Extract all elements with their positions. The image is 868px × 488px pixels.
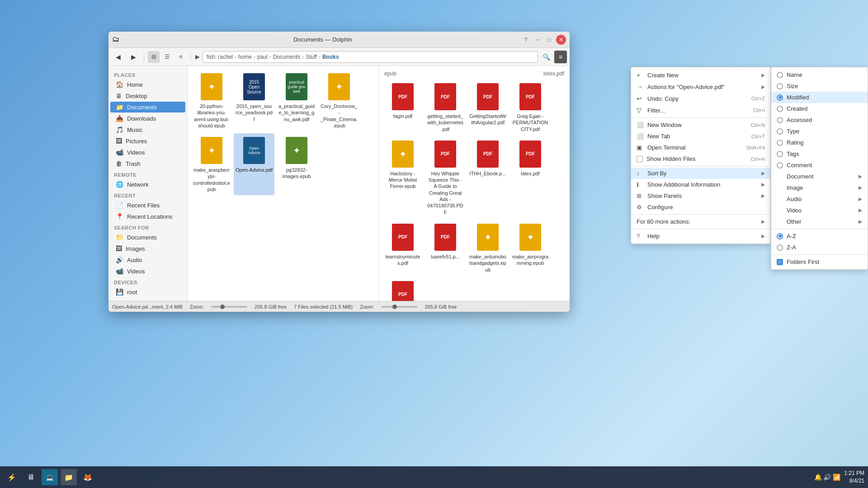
view-details-button[interactable]: ≡ bbox=[175, 51, 187, 63]
sidebar-item-search-documents[interactable]: 📁 Documents bbox=[110, 232, 185, 243]
loc-documents[interactable]: Documents bbox=[273, 54, 301, 60]
view-compact-button[interactable]: ☰ bbox=[161, 51, 173, 63]
file-item[interactable]: 20-python-libraries-you-arent-using-but-… bbox=[191, 70, 232, 131]
sort-item-az[interactable]: A-Z bbox=[771, 230, 868, 242]
sort-item-image[interactable]: Image ▶ bbox=[771, 182, 868, 193]
sidebar-item-home[interactable]: 🏠 Home bbox=[110, 79, 185, 90]
menu-item-new-window[interactable]: ⬜ New Window Ctrl+N bbox=[631, 119, 770, 131]
menu-item-undo[interactable]: ↩ Undo: Copy Ctrl+Z bbox=[631, 93, 770, 104]
menu-item-actions[interactable]: → Actions for "Open-Advice.pdf" ▶ bbox=[631, 81, 770, 93]
file-item[interactable]: Hackstory - Merce Molist Ferrer.epub bbox=[382, 137, 423, 218]
taskbar-icon-terminal[interactable]: 💻 bbox=[42, 469, 58, 485]
sidebar-item-music[interactable]: 🎵 Music bbox=[110, 124, 185, 135]
file-item[interactable]: practical guide gnu awk a_practical_guid… bbox=[276, 70, 317, 131]
sort-item-name[interactable]: Name bbox=[771, 69, 868, 80]
loc-paul[interactable]: paul bbox=[257, 54, 268, 60]
menu-item-configure[interactable]: ⚙ Configure bbox=[631, 202, 770, 213]
sidebar-item-trash[interactable]: 🗑 Trash bbox=[110, 158, 185, 169]
sort-item-created[interactable]: Created bbox=[771, 103, 868, 114]
sidebar-item-root[interactable]: 💾 root bbox=[110, 286, 185, 297]
file-item[interactable]: 2015Open Source 2015_open_source_yearboo… bbox=[234, 70, 274, 131]
recent-files-icon: 📄 bbox=[116, 202, 123, 209]
sidebar-item-downloads[interactable]: 📥 Downloads bbox=[110, 113, 185, 124]
sidebar-item-search-videos[interactable]: 📹 Videos bbox=[110, 266, 185, 277]
sidebar-item-documents[interactable]: 📁 Documents bbox=[110, 102, 185, 113]
file-item[interactable]: PDF GettingStartedWithAngular2.pdf bbox=[467, 80, 508, 135]
main-dropdown-menu: + Create New ▶ → Actions for "Open-Advic… bbox=[631, 67, 771, 244]
taskbar-icon-1[interactable]: ⚡ bbox=[4, 469, 20, 485]
sort-item-folders-first[interactable]: ✓ Folders First bbox=[771, 256, 868, 267]
file-item[interactable]: PDF getting_started_with_kubernetes.pdf bbox=[425, 80, 466, 135]
sort-item-za[interactable]: Z-A bbox=[771, 242, 868, 253]
taskbar-icon-firefox[interactable]: 🦊 bbox=[80, 469, 96, 485]
menu-label-terminal: Open Terminal bbox=[647, 144, 685, 151]
minimize-button[interactable]: − bbox=[533, 35, 542, 45]
file-item[interactable]: pg32832-images.epub bbox=[276, 133, 317, 195]
zoom-slider-left[interactable] bbox=[211, 306, 247, 308]
view-icons-button[interactable]: ⊞ bbox=[148, 51, 160, 63]
epub-icon bbox=[201, 137, 222, 164]
file-item[interactable]: make_arduinobotsandgadgets.epub bbox=[467, 220, 508, 276]
menu-button[interactable]: ≡ bbox=[554, 51, 567, 63]
menu-item-terminal[interactable]: ▣ Open Terminal Shift+F4 bbox=[631, 142, 770, 153]
close-button[interactable]: ✕ bbox=[556, 35, 566, 45]
loc-home[interactable]: home bbox=[238, 54, 252, 60]
file-item[interactable]: PDF latex.pdf bbox=[510, 137, 551, 218]
menu-item-more-actions[interactable]: For 80 more actions: ▶ bbox=[631, 216, 770, 227]
sort-item-audio[interactable]: Audio ▶ bbox=[771, 193, 868, 205]
menu-item-help[interactable]: ? Help ▶ bbox=[631, 230, 770, 242]
sort-item-other[interactable]: Other ▶ bbox=[771, 216, 868, 227]
loc-fish[interactable]: fish: rachel bbox=[207, 54, 233, 60]
menu-item-sort-by[interactable]: ↕ Sort By ▶ bbox=[631, 168, 770, 179]
file-item-selected[interactable]: Open Advice Open-Advice.pdf bbox=[234, 133, 274, 195]
file-item[interactable]: PDF make_boardgames.pdf bbox=[382, 277, 423, 301]
menu-item-additional-info[interactable]: ℹ Show Additional Information ▶ bbox=[631, 179, 770, 190]
sort-item-type[interactable]: Type bbox=[771, 126, 868, 137]
menu-item-filter[interactable]: ▽ Filter... Ctrl+I bbox=[631, 104, 770, 116]
file-item[interactable]: Cory_Doctorow_-_Pirate_Cinema..epub bbox=[319, 70, 359, 131]
help-button[interactable]: ? bbox=[521, 35, 531, 45]
file-item[interactable]: PDF fagin.pdf bbox=[382, 80, 423, 135]
location-bar[interactable]: fish: rachel › home › paul › Documents ›… bbox=[203, 51, 538, 63]
sort-item-rating[interactable]: Rating bbox=[771, 137, 868, 148]
zoom-slider-right[interactable] bbox=[381, 306, 417, 308]
sort-item-size[interactable]: Size bbox=[771, 80, 868, 92]
zoom-control-right[interactable] bbox=[381, 306, 417, 308]
search-header: Search For bbox=[108, 222, 187, 231]
sort-item-document[interactable]: Document ▶ bbox=[771, 171, 868, 182]
file-item[interactable]: make_araspberrypi-controlledrobot.epub bbox=[191, 133, 232, 195]
sort-item-comment[interactable]: Comment bbox=[771, 160, 868, 171]
back-button[interactable]: ◀ bbox=[111, 51, 125, 63]
forward-button[interactable]: ▶ bbox=[127, 51, 140, 63]
file-item[interactable]: PDF Hey Whipple Squeeze This - A Guide t… bbox=[425, 137, 466, 218]
loc-stuff[interactable]: Stuff bbox=[306, 54, 316, 60]
sidebar-item-desktop[interactable]: 🖥 Desktop bbox=[110, 90, 185, 101]
sort-item-accessed[interactable]: Accessed bbox=[771, 114, 868, 126]
taskbar-icon-2[interactable]: 🖥 bbox=[23, 469, 39, 485]
menu-item-show-panels[interactable]: ⊞ Show Panels ▶ bbox=[631, 190, 770, 202]
file-item[interactable]: PDF Greg Egan - PERMUTATION CITY.pdf bbox=[510, 80, 551, 135]
search-button[interactable]: 🔍 bbox=[540, 51, 552, 63]
sidebar-item-network[interactable]: 🌐 Network bbox=[110, 179, 185, 190]
sidebar-item-pictures[interactable]: 🖼 Pictures bbox=[110, 136, 185, 146]
file-item[interactable]: PDF ITHH_Ebook.p... bbox=[467, 137, 508, 218]
zoom-control-left[interactable] bbox=[211, 306, 247, 308]
menu-item-new-tab[interactable]: ⬜ New Tab Ctrl+T bbox=[631, 131, 770, 142]
taskbar-icon-filemanager[interactable]: 📁 bbox=[61, 469, 77, 485]
sort-item-video[interactable]: Video ▶ bbox=[771, 205, 868, 216]
sidebar-item-recent-files[interactable]: 📄 Recent Files bbox=[110, 200, 185, 211]
sort-item-modified[interactable]: Modified bbox=[771, 92, 868, 103]
maximize-button[interactable]: □ bbox=[544, 35, 554, 45]
sidebar-item-recent-locations[interactable]: 📍 Recent Locations bbox=[110, 211, 185, 222]
sidebar-item-search-audio[interactable]: 🔊 Audio bbox=[110, 254, 185, 265]
sidebar-item-videos[interactable]: 📹 Videos bbox=[110, 147, 185, 158]
file-item[interactable]: PDF learnxinyminutes.pdf bbox=[382, 220, 423, 276]
menu-item-create-new[interactable]: + Create New ▶ bbox=[631, 69, 770, 81]
sort-item-tags[interactable]: Tags bbox=[771, 148, 868, 160]
file-item[interactable]: make_avrprogramming.epub bbox=[510, 220, 551, 276]
file-item[interactable]: PDF luarefv51.p... bbox=[425, 220, 466, 276]
sidebar-item-search-images[interactable]: 🖼 Images bbox=[110, 243, 185, 254]
pdf-icon: PDF bbox=[392, 83, 414, 110]
menu-item-hidden-files[interactable]: Show Hidden Files Ctrl+H bbox=[631, 153, 770, 164]
loc-books[interactable]: Books bbox=[322, 54, 339, 60]
